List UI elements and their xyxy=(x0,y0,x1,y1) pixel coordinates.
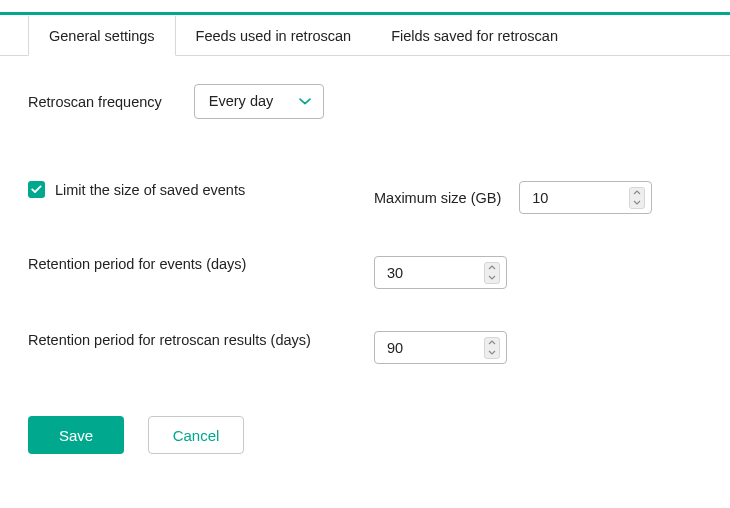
stepper-icon[interactable] xyxy=(484,262,500,284)
settings-form: Retroscan frequency Every day Limit the … xyxy=(0,56,730,454)
tab-label: Fields saved for retroscan xyxy=(391,28,558,44)
row-frequency: Retroscan frequency Every day xyxy=(28,84,702,119)
label-limit-size: Limit the size of saved events xyxy=(55,182,245,198)
tab-general-settings[interactable]: General settings xyxy=(28,16,176,56)
tab-label: General settings xyxy=(49,28,155,44)
row-retention-results: Retention period for retroscan results (… xyxy=(28,331,702,364)
button-label: Save xyxy=(59,427,93,444)
row-limit-size: Limit the size of saved events Maximum s… xyxy=(28,181,702,214)
input-retention-events[interactable] xyxy=(374,256,507,289)
select-frequency[interactable]: Every day xyxy=(194,84,324,119)
button-label: Cancel xyxy=(173,427,220,444)
action-buttons: Save Cancel xyxy=(28,416,702,454)
input-retention-results[interactable] xyxy=(374,331,507,364)
tab-label: Feeds used in retroscan xyxy=(196,28,352,44)
save-button[interactable]: Save xyxy=(28,416,124,454)
cancel-button[interactable]: Cancel xyxy=(148,416,244,454)
stepper-icon[interactable] xyxy=(484,337,500,359)
stepper-icon[interactable] xyxy=(629,187,645,209)
row-retention-events: Retention period for events (days) xyxy=(28,256,702,289)
label-retention-results: Retention period for retroscan results (… xyxy=(28,331,311,351)
tab-bar: General settings Feeds used in retroscan… xyxy=(0,12,730,56)
tab-fields-saved[interactable]: Fields saved for retroscan xyxy=(371,16,578,56)
input-maximum-size[interactable] xyxy=(519,181,652,214)
label-maximum-size: Maximum size (GB) xyxy=(374,190,501,206)
checkbox-limit-size[interactable] xyxy=(28,181,45,198)
tab-feeds-used[interactable]: Feeds used in retroscan xyxy=(176,16,372,56)
label-frequency: Retroscan frequency xyxy=(28,94,162,110)
label-retention-events: Retention period for events (days) xyxy=(28,256,246,272)
select-frequency-value: Every day xyxy=(195,85,323,118)
